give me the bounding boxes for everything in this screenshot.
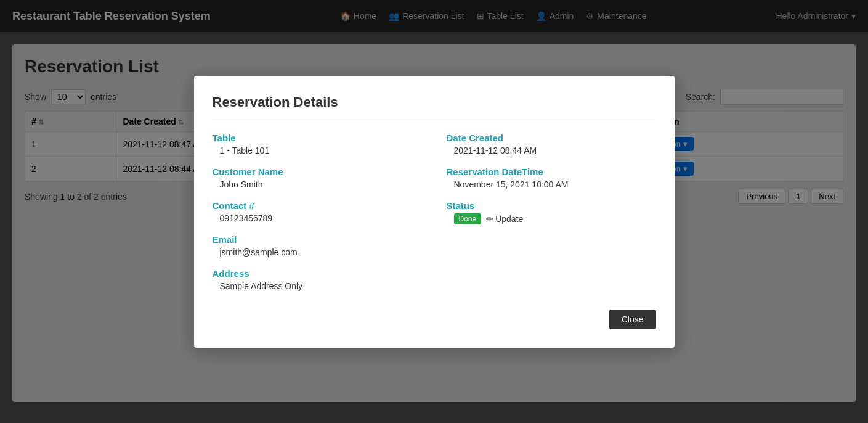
modal-status-badge: Done (454, 213, 482, 224)
status-row: Done ✏ Update (447, 213, 656, 224)
address-value: Sample Address Only (213, 281, 422, 291)
edit-icon: ✏ (486, 214, 493, 224)
address-label: Address (213, 268, 422, 279)
date-created-label: Date Created (447, 133, 656, 143)
contact-value: 09123456789 (213, 213, 422, 223)
close-button[interactable]: Close (609, 310, 656, 329)
field-reservation-datetime: Reservation DateTime November 15, 2021 1… (447, 166, 656, 189)
table-value: 1 - Table 101 (213, 146, 422, 155)
reservation-details-modal: Reservation Details Table 1 - Table 101 … (194, 76, 675, 348)
modal-body: Table 1 - Table 101 Customer Name John S… (213, 133, 656, 291)
status-label: Status (447, 200, 656, 211)
field-email: Email jsmith@sample.com (213, 234, 422, 257)
field-date-created: Date Created 2021-11-12 08:44 AM (447, 133, 656, 155)
update-link[interactable]: ✏ Update (486, 214, 523, 224)
field-status: Status Done ✏ Update (447, 200, 656, 224)
table-label: Table (213, 133, 422, 143)
modal-overlay: Reservation Details Table 1 - Table 101 … (0, 0, 868, 423)
field-contact: Contact # 09123456789 (213, 200, 422, 223)
modal-right-column: Date Created 2021-11-12 08:44 AM Reserva… (447, 133, 656, 291)
field-customer-name: Customer Name John Smith (213, 166, 422, 189)
email-label: Email (213, 234, 422, 245)
contact-label: Contact # (213, 200, 422, 211)
customer-name-label: Customer Name (213, 166, 422, 177)
email-value: jsmith@sample.com (213, 247, 422, 257)
reservation-datetime-label: Reservation DateTime (447, 166, 656, 177)
modal-title: Reservation Details (213, 94, 656, 120)
date-created-value: 2021-11-12 08:44 AM (447, 146, 656, 155)
reservation-datetime-value: November 15, 2021 10:00 AM (447, 179, 656, 189)
modal-footer: Close (213, 310, 656, 329)
modal-left-column: Table 1 - Table 101 Customer Name John S… (213, 133, 422, 291)
field-address: Address Sample Address Only (213, 268, 422, 291)
customer-name-value: John Smith (213, 179, 422, 189)
field-table: Table 1 - Table 101 (213, 133, 422, 155)
